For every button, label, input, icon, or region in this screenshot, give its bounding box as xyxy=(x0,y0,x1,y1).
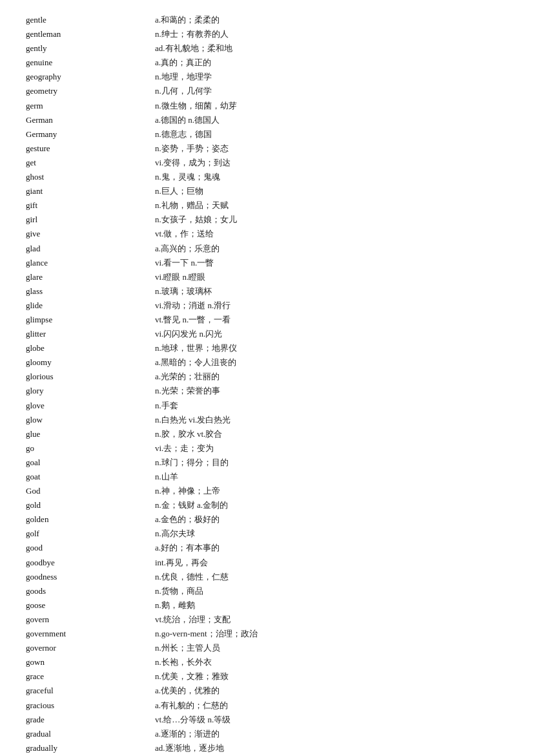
word-cell: gold xyxy=(26,498,155,512)
word-cell: goat xyxy=(26,470,155,484)
table-row: graciousa.有礼貌的；仁慈的 xyxy=(26,698,508,713)
table-row: giantn.巨人；巨物 xyxy=(26,184,508,198)
definition-cell: n.巨人；巨物 xyxy=(155,184,508,198)
table-row: germn.微生物，细菌，幼芽 xyxy=(26,99,508,113)
table-row: gluen.胶，胶水 vt.胶合 xyxy=(26,427,508,441)
word-cell: glory xyxy=(26,384,155,398)
word-cell: glad xyxy=(26,242,155,256)
word-cell: governor xyxy=(26,641,155,655)
table-row: geographyn.地理，地理学 xyxy=(26,70,508,84)
definition-cell: n.神，神像；上帝 xyxy=(155,484,508,498)
table-row: gentlemann.绅士；有教养的人 xyxy=(26,27,508,41)
definition-cell: n.货物，商品 xyxy=(155,584,508,598)
word-cell: giant xyxy=(26,184,155,198)
word-cell: ghost xyxy=(26,170,155,184)
word-cell: geography xyxy=(26,70,155,84)
definition-cell: n.州长；主管人员 xyxy=(155,641,508,655)
definition-cell: n.地球，世界；地界仪 xyxy=(155,341,508,355)
table-row: Germana.德国的 n.德国人 xyxy=(26,113,508,127)
word-cell: germ xyxy=(26,99,155,113)
table-row: gloven.手套 xyxy=(26,399,508,413)
definition-cell: n.礼物，赠品；天赋 xyxy=(155,198,508,213)
word-cell: give xyxy=(26,227,155,241)
word-cell: government xyxy=(26,627,155,641)
word-cell: get xyxy=(26,156,155,170)
definition-cell: a.优美的，优雅的 xyxy=(155,684,508,698)
definition-cell: n.绅士；有教养的人 xyxy=(155,27,508,41)
table-row: Germanyn.德意志，德国 xyxy=(26,127,508,142)
word-cell: gift xyxy=(26,198,155,213)
word-cell: glorious xyxy=(26,370,155,384)
word-cell: golden xyxy=(26,512,155,527)
table-row: gentlea.和蔼的；柔柔的 xyxy=(26,13,508,27)
definition-cell: a.德国的 n.德国人 xyxy=(155,113,508,127)
table-row: Godn.神，神像；上帝 xyxy=(26,484,508,498)
word-cell: gracious xyxy=(26,698,155,713)
definition-cell: vi.闪闪发光 n.闪光 xyxy=(155,327,508,341)
table-row: gownn.长袍，长外衣 xyxy=(26,655,508,669)
table-row: golfn.高尔夫球 xyxy=(26,527,508,541)
definition-cell: a.黑暗的；令人沮丧的 xyxy=(155,355,508,370)
table-row: girln.女孩子，姑娘；女儿 xyxy=(26,213,508,227)
table-row: goldn.金；钱财 a.金制的 xyxy=(26,498,508,512)
table-row: governvt.统治，治理；支配 xyxy=(26,613,508,627)
definition-cell: a.真的；真正的 xyxy=(155,56,508,70)
definition-cell: ad.逐渐地，逐步地 xyxy=(155,741,508,755)
table-row: getvi.变得，成为；到达 xyxy=(26,156,508,170)
table-row: gracen.优美，文雅；雅致 xyxy=(26,669,508,684)
definition-cell: a.高兴的；乐意的 xyxy=(155,242,508,256)
word-cell: God xyxy=(26,484,155,498)
table-row: givevt.做，作；送给 xyxy=(26,227,508,241)
definition-cell: vi.看一下 n.一瞥 xyxy=(155,256,508,270)
definition-cell: n.女孩子，姑娘；女儿 xyxy=(155,213,508,227)
word-cell: grace xyxy=(26,669,155,684)
table-row: governorn.州长；主管人员 xyxy=(26,641,508,655)
word-cell: glitter xyxy=(26,327,155,341)
definition-cell: n.go-vern-ment；治理；政治 xyxy=(155,627,508,641)
table-row: goaln.球门；得分；目的 xyxy=(26,456,508,470)
definition-cell: n.微生物，细菌，幼芽 xyxy=(155,99,508,113)
table-row: gradevt.给…分等级 n.等级 xyxy=(26,713,508,727)
definition-cell: a.好的；有本事的 xyxy=(155,541,508,555)
definition-cell: n.山羊 xyxy=(155,470,508,484)
word-cell: goodbye xyxy=(26,556,155,570)
table-row: goodbyeint.再见，再会 xyxy=(26,556,508,570)
definition-cell: n.优美，文雅；雅致 xyxy=(155,669,508,684)
word-cell: goods xyxy=(26,584,155,598)
word-cell: gradual xyxy=(26,727,155,741)
table-row: glittervi.闪闪发光 n.闪光 xyxy=(26,327,508,341)
word-cell: goose xyxy=(26,598,155,613)
word-cell: glare xyxy=(26,270,155,284)
table-row: govi.去；走；变为 xyxy=(26,441,508,456)
table-row: goldena.金色的；极好的 xyxy=(26,512,508,527)
definition-cell: n.地理，地理学 xyxy=(155,70,508,84)
word-cell: German xyxy=(26,113,155,127)
word-cell: gown xyxy=(26,655,155,669)
definition-cell: vi.瞪眼 n.瞪眼 xyxy=(155,270,508,284)
definition-cell: n.优良，德性，仁慈 xyxy=(155,570,508,584)
definition-cell: vi.变得，成为；到达 xyxy=(155,156,508,170)
definition-cell: vt.统治，治理；支配 xyxy=(155,613,508,627)
word-cell: glass xyxy=(26,284,155,299)
table-row: goosen.鹅，雌鹅 xyxy=(26,598,508,613)
definition-cell: a.金色的；极好的 xyxy=(155,512,508,527)
word-cell: glove xyxy=(26,399,155,413)
definition-cell: a.光荣的；壮丽的 xyxy=(155,370,508,384)
table-row: gloryn.光荣；荣誉的事 xyxy=(26,384,508,398)
word-cell: Germany xyxy=(26,127,155,142)
word-cell: genuine xyxy=(26,56,155,70)
definition-cell: a.和蔼的；柔柔的 xyxy=(155,13,508,27)
definition-cell: n.鬼，灵魂；鬼魂 xyxy=(155,170,508,184)
table-row: globen.地球，世界；地界仪 xyxy=(26,341,508,355)
definition-cell: n.手套 xyxy=(155,399,508,413)
word-cell: glide xyxy=(26,299,155,313)
table-row: gooda.好的；有本事的 xyxy=(26,541,508,555)
word-cell: globe xyxy=(26,341,155,355)
table-row: glimpsevt.瞥见 n.一瞥，一看 xyxy=(26,313,508,327)
table-row: governmentn.go-vern-ment；治理；政治 xyxy=(26,627,508,641)
definition-cell: vi.滑动；消逝 n.滑行 xyxy=(155,299,508,313)
definition-cell: ad.有礼貌地；柔和地 xyxy=(155,41,508,56)
definition-cell: n.几何，几何学 xyxy=(155,84,508,98)
table-row: goodsn.货物，商品 xyxy=(26,584,508,598)
word-cell: gesture xyxy=(26,142,155,156)
